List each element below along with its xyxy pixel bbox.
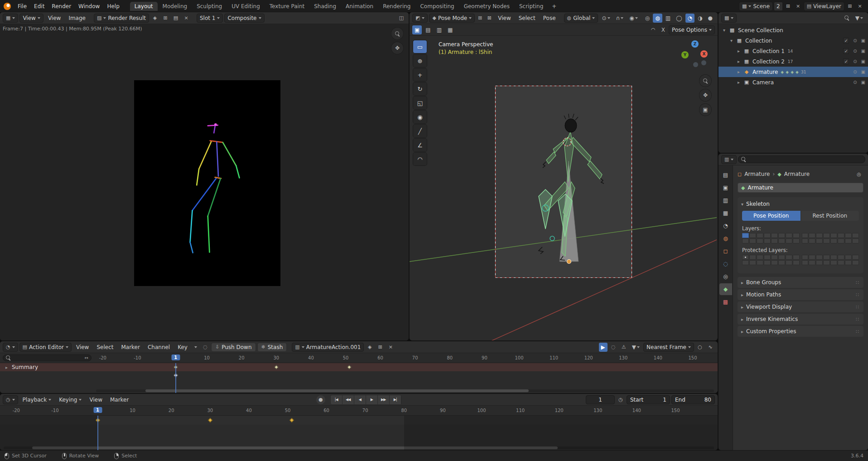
expand-toggle-icon[interactable]: ▸	[736, 69, 742, 74]
layer-cell[interactable]	[845, 233, 852, 238]
remove-view-layer-button[interactable]: ×	[855, 2, 864, 11]
select-mode-extend-icon[interactable]: ▤	[423, 25, 433, 34]
menu-view[interactable]: View	[45, 14, 64, 23]
filter-button[interactable]: ▼	[853, 14, 865, 23]
editor-type-button[interactable]: ◔	[3, 343, 18, 352]
layer-cell[interactable]	[742, 238, 749, 243]
layer-cell[interactable]	[838, 233, 844, 238]
layer-cell[interactable]	[786, 255, 792, 260]
playhead[interactable]	[97, 416, 98, 450]
pose-options-dropdown[interactable]: Pose Options	[669, 25, 715, 34]
clock-icon[interactable]: ◷	[616, 395, 625, 404]
current-frame-field[interactable]: 1	[586, 395, 615, 404]
paste-pose-icon[interactable]: ⊠	[486, 14, 494, 23]
rest-position-button[interactable]: Rest Position	[800, 211, 859, 221]
menu-pose[interactable]: Pose	[540, 14, 559, 23]
layer-cell[interactable]	[809, 233, 815, 238]
disable-render-icon[interactable]: ▣	[861, 49, 865, 53]
layer-cell[interactable]	[802, 255, 809, 260]
shading-wireframe-icon[interactable]: ◯	[674, 14, 684, 23]
image-datablock-selector[interactable]: ▨ Render Result	[94, 14, 149, 23]
layer-cell[interactable]	[742, 233, 749, 238]
only-selected-icon[interactable]: ▶	[599, 343, 608, 352]
show-overlays-icon[interactable]: ◍	[653, 14, 662, 23]
gizmo-minus-axis[interactable]	[693, 62, 698, 67]
dope-ruler[interactable]: -20-101020304050607080901001101201301401…	[94, 353, 718, 363]
camera-view-icon[interactable]: ▣	[699, 104, 711, 116]
new-image-button[interactable]: ⊞	[161, 14, 170, 23]
properties-tab-render[interactable]: ▣	[719, 182, 732, 194]
layer-cell[interactable]	[838, 238, 844, 243]
layer-cell[interactable]	[845, 260, 852, 265]
image-editor-canvas[interactable]: Frame:7 | Time:00:00.43 | Mem:80.95M (Pe…	[0, 24, 409, 340]
layer-cell[interactable]	[786, 260, 792, 265]
breadcrumb-object[interactable]: Armature	[744, 171, 770, 177]
summary-channel-row[interactable]: ▸ Summary	[0, 363, 718, 371]
layer-cell[interactable]	[809, 260, 815, 265]
layer-cell[interactable]	[823, 255, 830, 260]
select-mode-new-icon[interactable]: ▣	[412, 25, 422, 34]
unlink-image-button[interactable]: ×	[182, 14, 191, 23]
menu-select[interactable]: Select	[93, 343, 116, 352]
layer-cell[interactable]	[852, 255, 859, 260]
menu-select[interactable]: Select	[516, 14, 539, 23]
unlink-scene-button[interactable]: ×	[794, 2, 803, 11]
layer-cell[interactable]	[830, 260, 837, 265]
drag-handle-icon[interactable]: ∷	[856, 304, 860, 310]
collection-checkbox[interactable]: ✓	[843, 38, 849, 44]
menu-playback[interactable]: Playback	[19, 395, 55, 404]
expand-toggle-icon[interactable]: ▸	[736, 49, 742, 53]
workspace-tab-scripting[interactable]: Scripting	[515, 2, 548, 11]
properties-tab-object[interactable]: ◻	[719, 245, 732, 257]
push-down-button[interactable]: ⇩Push Down	[211, 343, 256, 352]
transform-tool[interactable]: ◉	[413, 111, 427, 123]
layer-cell[interactable]	[802, 233, 809, 238]
layer-cell[interactable]	[845, 238, 852, 243]
layer-cell[interactable]	[778, 260, 785, 265]
drag-handle-icon[interactable]: ∷	[856, 329, 860, 335]
new-scene-button[interactable]: ⊞	[784, 2, 793, 11]
layer-cell[interactable]	[764, 260, 771, 265]
layer-cell[interactable]	[749, 238, 756, 243]
layer-cell[interactable]	[838, 260, 844, 265]
shading-material-icon[interactable]: ◑	[695, 14, 704, 23]
layer-cell[interactable]	[793, 238, 800, 243]
drag-handle-icon[interactable]: ∷	[856, 280, 860, 286]
layer-cell[interactable]	[749, 255, 756, 260]
frame-start-field[interactable]: Start1	[627, 395, 670, 404]
properties-search-input[interactable]	[738, 155, 865, 163]
layer-cell[interactable]	[778, 238, 785, 243]
layer-cell[interactable]	[809, 255, 815, 260]
disable-render-icon[interactable]: ▣	[861, 69, 865, 74]
mode-dropdown[interactable]: ◆Pose Mode	[429, 14, 475, 23]
layer-cell[interactable]	[802, 238, 809, 243]
workspace-tab-rendering[interactable]: Rendering	[378, 2, 415, 11]
layer-cell[interactable]	[742, 260, 749, 265]
workspace-tab-compositing[interactable]: Compositing	[415, 2, 458, 11]
armature-name-field[interactable]: ◆ Armature	[738, 183, 863, 193]
jump-end-button[interactable]: ▶|	[390, 395, 401, 404]
scene-selector[interactable]: ▩ Scene	[739, 2, 773, 11]
menu-window[interactable]: Window	[75, 2, 103, 11]
sphere-tool[interactable]: ◠	[413, 153, 427, 165]
annotate-tool[interactable]: ╱	[413, 125, 427, 137]
properties-tab-output[interactable]: ▥	[719, 194, 732, 206]
show-gizmos-icon[interactable]: ◎	[643, 14, 652, 23]
layer-cell[interactable]	[823, 233, 830, 238]
layer-cell[interactable]	[757, 255, 763, 260]
hidden-channels-icon[interactable]: ◌	[609, 343, 618, 352]
hide-viewport-icon[interactable]: ⊙	[853, 49, 857, 53]
fake-user-icon[interactable]: ◈	[150, 14, 159, 23]
menu-marker[interactable]: Marker	[107, 395, 132, 404]
layer-cell[interactable]	[742, 255, 749, 260]
layer-cell[interactable]	[809, 238, 815, 243]
orientation-dropdown[interactable]: ◍Global	[564, 14, 598, 23]
play-reverse-button[interactable]: ◀	[354, 395, 366, 404]
layer-cell[interactable]	[830, 255, 837, 260]
mirror-x-toggle[interactable]: X	[659, 25, 667, 34]
jump-start-button[interactable]: |◀	[331, 395, 342, 404]
drag-handle-icon[interactable]: ∷	[856, 316, 860, 322]
properties-tab-tool[interactable]: ▤	[719, 169, 732, 181]
layer-cell[interactable]	[852, 260, 859, 265]
channel-row[interactable]	[0, 371, 718, 379]
